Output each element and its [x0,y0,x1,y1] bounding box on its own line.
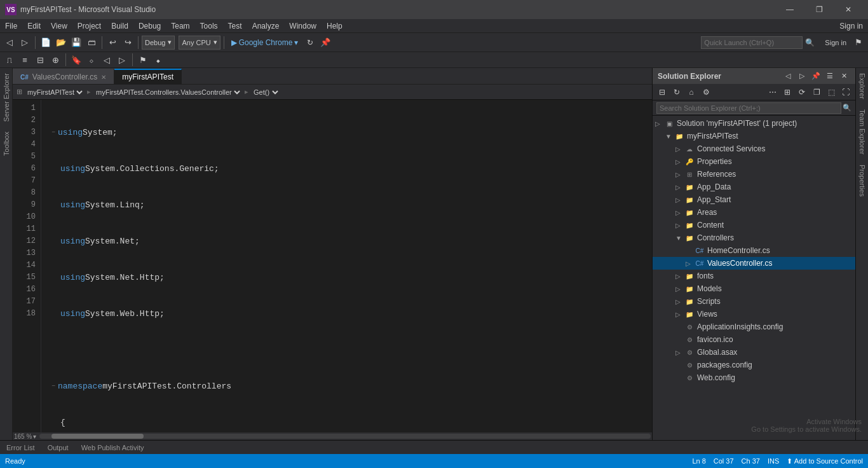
menu-item-view[interactable]: View [46,19,72,33]
tb2-btn2[interactable]: ≡ [18,53,32,67]
se-tb-history[interactable]: ⋯ [766,85,780,99]
se-tree-item[interactable]: ▷☁Connected Services [653,142,855,155]
new-project-button[interactable]: 📄 [39,36,53,50]
close-button[interactable]: ✕ [834,0,863,19]
se-menu-btn[interactable]: ☰ [824,70,836,83]
se-tb-home[interactable]: ⌂ [684,85,698,99]
add-to-source-control[interactable]: ⬆ Add to Source Control [787,457,863,465]
breadcrumb-member[interactable]: Get() [251,88,280,97]
tree-arrow[interactable]: ▷ [675,184,684,191]
tree-arrow[interactable]: ▷ [675,298,684,305]
se-tb-sync[interactable]: ⟳ [795,85,809,99]
se-tree-item[interactable]: ▷📁Models [653,282,855,295]
se-pin-btn[interactable]: 📌 [810,70,822,83]
menu-sign-in[interactable]: Sign in [834,19,868,33]
output-tab[interactable]: Output [41,441,75,455]
forward-button[interactable]: ▷ [18,36,32,50]
debug-mode-dropdown[interactable]: Debug ▾ [142,36,175,50]
open-button[interactable]: 📂 [54,36,68,50]
tree-arrow[interactable]: ▼ [665,133,674,140]
se-tree-item[interactable]: ▷📁Scripts [653,295,855,308]
tree-arrow[interactable]: ▷ [675,273,684,280]
se-tree-item[interactable]: ⚙favicon.ico [653,333,855,346]
tree-arrow[interactable]: ▷ [675,196,684,203]
scroll-track-h[interactable] [39,434,651,439]
tb2-btn8[interactable]: ▷ [115,53,129,67]
tree-arrow[interactable]: ▷ [686,260,695,267]
redo-button[interactable]: ↪ [121,36,135,50]
se-tree-item[interactable]: ▷C#ValuesController.cs [653,257,855,270]
se-tree-item[interactable]: ▷📁fonts [653,270,855,282]
tree-arrow[interactable]: ▼ [675,235,684,242]
se-tb-collapse[interactable]: ⊟ [655,85,669,99]
se-tree-item[interactable]: ▼📁Controllers [653,231,855,244]
se-tree-item[interactable]: ▷🔑Properties [653,155,855,168]
explorer-edge-tab[interactable]: Explorer [857,68,868,104]
tree-arrow[interactable]: ▷ [675,171,684,178]
restore-button[interactable]: ❐ [804,0,834,19]
se-tree-item[interactable]: C#HomeController.cs [653,244,855,257]
se-tree-item[interactable]: ▷📁App_Start [653,193,855,206]
breadcrumb-namespace[interactable]: myFirstAPITest.Controllers.ValuesControl… [93,88,242,97]
se-next-btn[interactable]: ▷ [796,70,808,83]
scroll-thumb-h[interactable] [51,434,143,439]
fold-1[interactable]: − [51,127,55,139]
se-tb-preview[interactable]: ⛶ [839,85,853,99]
tree-arrow[interactable]: ▷ [675,209,684,216]
se-search-input[interactable] [656,102,841,114]
platform-dropdown[interactable]: Any CPU ▾ [179,36,220,50]
se-tree-item[interactable]: ⚙ApplicationInsights.config [653,320,855,333]
menu-item-debug[interactable]: Debug [133,19,166,33]
tree-arrow[interactable]: ▷ [675,222,684,229]
scrollbar-horizontal[interactable]: 165 % ▾ [13,432,652,440]
menu-item-project[interactable]: Project [72,19,106,33]
se-tree-item[interactable]: ▷⚙Global.asax [653,346,855,359]
tb2-btn5[interactable]: 🔖 [69,53,83,67]
fold-8[interactable]: − [51,380,55,392]
breadcrumb-project[interactable]: myFirstAPITest [25,88,85,97]
tb2-btn9[interactable]: ⚑ [136,53,150,67]
error-list-tab[interactable]: Error List [0,441,41,455]
menu-item-team[interactable]: Team [166,19,194,33]
menu-item-help[interactable]: Help [322,19,348,33]
se-tb-collapse2[interactable]: ❐ [810,85,824,99]
se-tb-expand[interactable]: ⬚ [824,85,838,99]
toolbox-tab[interactable]: Toolbox [1,127,12,161]
tb2-btn3[interactable]: ⊟ [33,53,47,67]
menu-item-build[interactable]: Build [106,19,133,33]
tab-close-1[interactable]: ✕ [101,74,106,81]
tb2-btn6[interactable]: ⬦ [85,53,98,67]
se-tree-item[interactable]: ▷▣Solution 'myFirstAPITest' (1 project) [653,117,855,130]
feedback-button[interactable]: ⚑ [851,36,865,50]
tb2-btn10[interactable]: ⬥ [151,53,165,67]
refresh-button[interactable]: ↻ [303,36,317,50]
se-tree-item[interactable]: ▷⊞References [653,168,855,181]
tree-arrow[interactable]: ▷ [675,146,684,153]
minimize-button[interactable]: — [775,0,804,19]
menu-item-file[interactable]: File [0,19,22,33]
se-close-btn[interactable]: ✕ [837,70,850,83]
tree-arrow[interactable]: ▷ [675,349,684,356]
tb2-btn4[interactable]: ⊕ [48,53,62,67]
tree-arrow[interactable]: ▷ [675,286,684,292]
se-tb-refresh[interactable]: ↻ [670,85,684,99]
se-search-icon[interactable]: 🔍 [843,104,851,112]
menu-item-window[interactable]: Window [284,19,322,33]
quick-launch-input[interactable] [701,36,803,49]
se-tree-item[interactable]: ▷📁Views [653,308,855,320]
save-all-button[interactable]: 🗃 [85,36,98,50]
team-explorer-edge-tab[interactable]: Team Explorer [857,104,868,160]
se-tree-item[interactable]: ▼📁myFirstAPITest [653,130,855,142]
tb2-btn7[interactable]: ◁ [100,53,114,67]
run-button[interactable]: ▶ Google Chrome ▾ [227,37,302,48]
tab-myfirstapitest[interactable]: myFirstAPITest [114,69,182,84]
tree-arrow[interactable]: ▷ [655,120,664,127]
tab-valuescontroller[interactable]: C# ValuesController.cs ✕ [13,69,114,84]
tree-arrow[interactable]: ▷ [675,311,684,318]
tree-arrow[interactable]: ▷ [675,158,684,165]
attach-button[interactable]: 📌 [318,36,332,50]
menu-item-tools[interactable]: Tools [195,19,223,33]
menu-item-analyze[interactable]: Analyze [247,19,285,33]
web-publish-tab[interactable]: Web Publish Activity [75,441,151,455]
properties-edge-tab[interactable]: Properties [857,160,868,202]
